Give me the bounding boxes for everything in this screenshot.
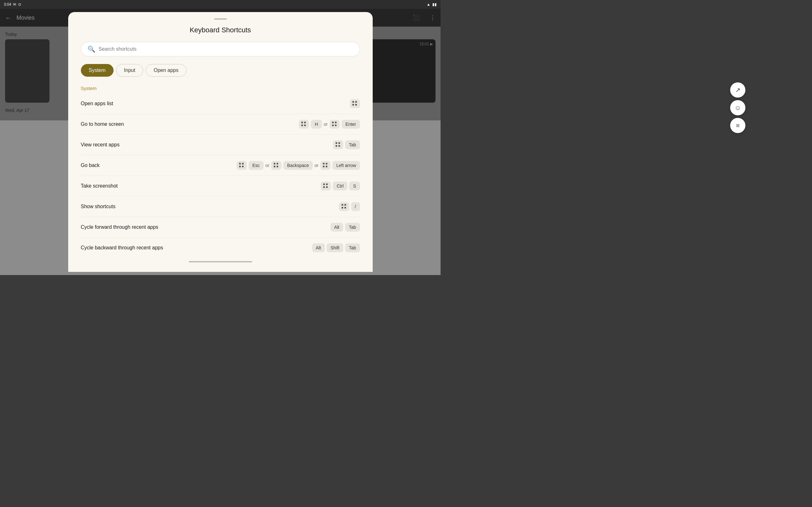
shortcut-cycle-backward: Cycle backward through recent apps Alt S… xyxy=(81,238,360,256)
key-or: or xyxy=(265,163,269,168)
key-grid xyxy=(329,120,340,129)
key-grid xyxy=(299,120,309,129)
section-heading: System xyxy=(81,86,360,91)
grid-icon xyxy=(342,204,347,209)
shortcut-name: Cycle forward through recent apps xyxy=(81,224,159,230)
key-shift: Shift xyxy=(327,243,343,252)
tabs-container: System Input Open apps xyxy=(81,64,360,77)
grid-icon xyxy=(336,142,341,147)
shortcut-keys: H or Enter xyxy=(299,120,360,129)
shortcut-keys xyxy=(350,99,360,108)
key-alt: Alt xyxy=(331,223,343,232)
grid-icon xyxy=(301,122,306,127)
key-slash: / xyxy=(351,202,360,211)
key-grid xyxy=(271,161,281,170)
key-grid xyxy=(350,99,360,108)
scroll-indicator xyxy=(189,261,252,262)
shortcut-keys: Tab xyxy=(333,140,360,149)
key-tab: Tab xyxy=(345,243,360,252)
shortcut-keys: Esc or Backspace or xyxy=(237,161,360,170)
shortcut-name: Open apps list xyxy=(81,101,113,107)
modal-overlay: Keyboard Shortcuts 🔍 System Input Open a… xyxy=(0,9,441,275)
tab-input[interactable]: Input xyxy=(116,64,143,77)
grid-icon xyxy=(274,163,279,168)
shortcut-keys: Alt Tab xyxy=(331,223,360,232)
shortcut-keys: / xyxy=(339,202,360,211)
grid-icon xyxy=(323,183,328,188)
battery-icon: ▮▮ xyxy=(432,2,437,7)
key-or: or xyxy=(324,122,328,127)
tab-system[interactable]: System xyxy=(81,64,113,77)
key-left-arrow: Left arrow xyxy=(333,161,360,170)
grid-icon xyxy=(332,122,337,127)
status-bar: 3:04 ✉ ⊙ ▲ ▮▮ xyxy=(0,0,441,9)
key-grid xyxy=(237,161,247,170)
time-display: 3:04 xyxy=(4,2,11,7)
search-bar[interactable]: 🔍 xyxy=(81,42,360,56)
clock-icon: ⊙ xyxy=(18,2,21,7)
key-or: or xyxy=(315,163,318,168)
shortcut-name: Take screenshot xyxy=(81,183,118,189)
keyboard-shortcuts-modal: Keyboard Shortcuts 🔍 System Input Open a… xyxy=(68,12,373,272)
shortcut-go-home: Go to home screen H or xyxy=(81,114,360,135)
shortcut-keys: Alt Shift Tab xyxy=(312,243,360,252)
shortcut-name: View recent apps xyxy=(81,142,119,148)
shortcut-open-apps-list: Open apps list xyxy=(81,94,360,114)
key-grid xyxy=(333,140,343,149)
status-bar-left: 3:04 ✉ ⊙ xyxy=(4,2,21,7)
key-enter: Enter xyxy=(342,120,360,129)
modal-title: Keyboard Shortcuts xyxy=(81,26,360,34)
key-alt: Alt xyxy=(312,243,325,252)
shortcut-keys: Ctrl S xyxy=(321,181,360,190)
shortcut-cycle-forward: Cycle forward through recent apps Alt Ta… xyxy=(81,217,360,238)
shortcut-name: Go to home screen xyxy=(81,121,124,127)
shortcut-name: Show shortcuts xyxy=(81,204,115,210)
key-backspace: Backspace xyxy=(283,161,312,170)
search-icon: 🔍 xyxy=(88,45,96,53)
grid-icon xyxy=(239,163,244,168)
key-grid xyxy=(339,202,349,211)
tab-open-apps[interactable]: Open apps xyxy=(146,64,186,77)
wifi-icon: ▲ xyxy=(426,2,430,7)
key-tab: Tab xyxy=(345,140,360,149)
shortcut-name: Go back xyxy=(81,163,100,168)
grid-icon xyxy=(352,101,357,106)
grid-icon xyxy=(323,163,328,168)
search-input[interactable] xyxy=(99,46,353,52)
drag-handle[interactable] xyxy=(214,18,227,20)
key-tab: Tab xyxy=(345,223,360,232)
key-esc: Esc xyxy=(249,161,264,170)
shortcut-view-recent: View recent apps Tab xyxy=(81,135,360,155)
key-grid xyxy=(321,181,331,190)
shortcut-go-back: Go back Esc or xyxy=(81,155,360,176)
shortcut-take-screenshot: Take screenshot Ctrl S xyxy=(81,176,360,196)
shortcut-name: Cycle backward through recent apps xyxy=(81,245,163,250)
key-h: H xyxy=(311,120,322,129)
key-ctrl: Ctrl xyxy=(333,181,347,190)
shortcuts-list: Open apps list Go to home screen xyxy=(81,94,360,256)
shortcut-show-shortcuts: Show shortcuts / xyxy=(81,196,360,217)
key-grid xyxy=(320,161,331,170)
key-s: S xyxy=(349,181,360,190)
mail-icon: ✉ xyxy=(13,2,16,7)
status-bar-right: ▲ ▮▮ xyxy=(426,2,437,7)
